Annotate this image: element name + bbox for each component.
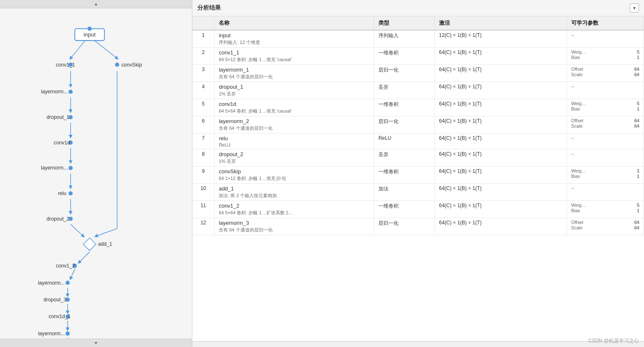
- param-value: 1: [612, 208, 639, 213]
- svg-text:add_1: add_1: [98, 241, 112, 247]
- cell-params: –: [567, 184, 644, 201]
- cell-activation: 64(C) × 1(B) × 1(T): [434, 149, 567, 167]
- header-activation: 激活: [434, 16, 567, 30]
- cell-name: input序列输入: 12 个维度: [215, 30, 374, 48]
- table-body: 1input序列输入: 12 个维度序列输入12(C) × 1(B) × 1(T…: [192, 30, 644, 235]
- cell-name: dropout_11% 丢弃: [215, 82, 374, 99]
- panel-header: 分析结果 ▼: [192, 0, 644, 16]
- cell-type: 一维卷积: [374, 48, 434, 65]
- svg-marker-36: [83, 238, 96, 250]
- svg-text:conv1d_1: conv1d_1: [49, 314, 71, 319]
- cell-name: layernorm_1含有 64 个通道的层归一化: [215, 65, 374, 82]
- cell-name-main: convSkip: [219, 168, 370, 175]
- table-row: 8dropout_21% 丢弃丢弃64(C) × 1(B) × 1(T)–: [192, 149, 644, 167]
- param-value: 1: [612, 106, 639, 111]
- svg-text:convSkip: convSkip: [121, 62, 142, 68]
- svg-point-30: [69, 166, 73, 170]
- cell-name-sub: 64 1×12 卷积: 步幅 1，填充 [0 0]: [219, 175, 370, 182]
- param-value: 64: [610, 123, 639, 129]
- bottom-scrollbar[interactable]: [192, 341, 644, 347]
- cell-activation: 64(C) × 1(B) × 1(T): [434, 65, 567, 82]
- cell-name-main: layernorm_2: [219, 118, 370, 124]
- cell-name-main: layernorm_1: [219, 67, 370, 73]
- param-label: Weig…: [571, 168, 611, 173]
- param-value: 64: [610, 72, 639, 77]
- cell-name: convSkip64 1×12 卷积: 步幅 1，填充 [0 0]: [215, 167, 374, 184]
- cell-name-main: conv1d: [219, 101, 370, 107]
- cell-name: conv1d64 5×64 卷积: 步幅 1，填充 'causal': [215, 99, 374, 116]
- cell-name-main: conv1_2: [219, 203, 370, 209]
- cell-params: Offset64Scale64: [567, 65, 644, 82]
- cell-num: 1: [192, 30, 215, 48]
- cell-name-main: input: [219, 32, 370, 39]
- param-label: Weig…: [571, 49, 611, 54]
- scroll-down-btn[interactable]: [0, 339, 192, 347]
- header-params: 可学习参数: [567, 16, 644, 30]
- cell-type: 一维卷积: [374, 167, 434, 184]
- svg-line-11: [79, 252, 89, 262]
- param-label: Scale: [571, 123, 608, 129]
- cell-name-main: layernorm_3: [219, 220, 370, 226]
- cell-activation: 64(C) × 1(B) × 1(T): [434, 201, 567, 218]
- cell-name-main: relu: [219, 135, 370, 141]
- watermark: CSDN @机器学习之心: [588, 337, 639, 344]
- cell-name: reluReLU: [215, 134, 374, 149]
- svg-line-8: [71, 224, 83, 236]
- cell-name-main: add_1: [219, 185, 370, 192]
- cell-type: 层归一化: [374, 116, 434, 134]
- cell-num: 10: [192, 184, 215, 201]
- cell-name-sub: 64 5×64 卷积: 步幅 1，扩张系数 2...: [219, 210, 370, 216]
- svg-text:dropout_2: dropout_2: [46, 216, 69, 222]
- cell-name: conv1_264 5×64 卷积: 步幅 1，扩张系数 2...: [215, 201, 374, 218]
- cell-activation: 64(C) × 1(B) × 1(T): [434, 218, 567, 235]
- table-row: 2conv1_164 5×12 卷积: 步幅 1，填充 'causal'一维卷积…: [192, 48, 644, 65]
- cell-num: 9: [192, 167, 215, 184]
- param-value: 1: [612, 55, 639, 60]
- results-table-wrapper[interactable]: 名称 类型 激活 可学习参数 1input序列输入: 12 个维度序列输入12(…: [192, 16, 644, 341]
- svg-text:conv1d: conv1d: [54, 140, 70, 146]
- cell-num: 11: [192, 201, 215, 218]
- svg-text:dropout_1: dropout_1: [46, 114, 69, 120]
- header-type: 类型: [374, 16, 434, 30]
- cell-activation: 64(C) × 1(B) × 1(T): [434, 82, 567, 99]
- table-row: 4dropout_11% 丢弃丢弃64(C) × 1(B) × 1(T)–: [192, 82, 644, 99]
- svg-point-40: [66, 280, 70, 285]
- svg-line-1: [94, 40, 117, 58]
- cell-params: –: [567, 134, 644, 149]
- cell-params: Weig…5Bias1: [567, 201, 644, 218]
- table-row: 11conv1_264 5×64 卷积: 步幅 1，扩张系数 2...一维卷积6…: [192, 201, 644, 218]
- right-panel: 分析结果 ▼ 名称 类型 激活: [192, 0, 644, 347]
- param-label: Bias: [571, 208, 611, 213]
- cell-name-sub: 含有 64 个通道的层归一化: [219, 227, 370, 233]
- svg-point-24: [69, 90, 73, 94]
- header-name: 名称: [215, 16, 374, 30]
- svg-point-32: [69, 191, 73, 195]
- cell-name: conv1_164 5×12 卷积: 步幅 1，填充 'causal': [215, 48, 374, 65]
- cell-name-sub: 1% 丢弃: [219, 158, 370, 165]
- cell-name-main: conv1_1: [219, 49, 370, 56]
- svg-text:layernorm...: layernorm...: [38, 280, 65, 286]
- collapse-button[interactable]: ▼: [630, 3, 639, 13]
- cell-name-sub: 序列输入: 12 个维度: [219, 39, 370, 46]
- cell-num: 4: [192, 82, 215, 99]
- cell-activation: 64(C) × 1(B) × 1(T): [434, 48, 567, 65]
- param-value: 1: [612, 168, 639, 173]
- svg-point-19: [87, 26, 92, 31]
- svg-point-46: [66, 332, 70, 336]
- cell-activation: 64(C) × 1(B) × 1(T): [434, 184, 567, 201]
- scroll-up-btn[interactable]: [0, 0, 192, 8]
- svg-point-22: [115, 62, 119, 67]
- cell-type: 序列输入: [374, 30, 434, 48]
- cell-name: layernorm_2含有 64 个通道的层归一化: [215, 116, 374, 134]
- cell-params: –: [567, 82, 644, 99]
- cell-params: Offset64Scale64: [567, 218, 644, 235]
- svg-text:conv1_2: conv1_2: [56, 263, 75, 269]
- cell-num: 2: [192, 48, 215, 65]
- cell-activation: 64(C) × 1(B) × 1(T): [434, 167, 567, 184]
- network-graph: input conv1_1 convSkip layernorm... drop…: [0, 8, 192, 339]
- svg-text:layernorm...: layernorm...: [38, 331, 65, 337]
- param-value: 64: [610, 225, 639, 230]
- table-row: 5conv1d64 5×64 卷积: 步幅 1，填充 'causal'一维卷积6…: [192, 99, 644, 116]
- param-label: Weig…: [571, 101, 611, 106]
- table-row: 10add_1加法: 将 2 个输入按元素相加加法64(C) × 1(B) × …: [192, 184, 644, 201]
